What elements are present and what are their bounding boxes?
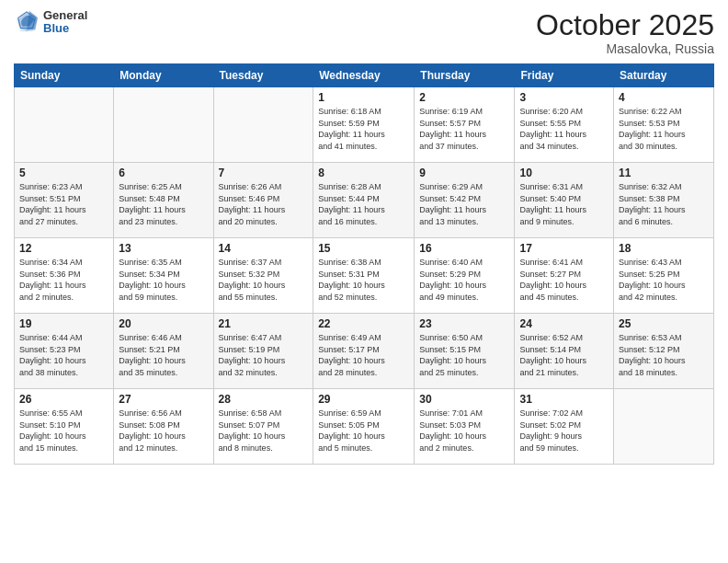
calendar-day-cell: 18Sunrise: 6:43 AM Sunset: 5:25 PM Dayli…: [614, 238, 714, 314]
calendar-day-cell: 8Sunrise: 6:28 AM Sunset: 5:44 PM Daylig…: [313, 163, 415, 238]
day-number: 31: [519, 393, 609, 406]
calendar-day-cell: 23Sunrise: 6:50 AM Sunset: 5:15 PM Dayli…: [415, 314, 515, 389]
logo-text: General Blue: [43, 9, 87, 36]
day-info: Sunrise: 6:28 AM Sunset: 5:44 PM Dayligh…: [318, 181, 409, 227]
day-info: Sunrise: 6:34 AM Sunset: 5:36 PM Dayligh…: [19, 257, 108, 303]
day-number: 17: [519, 242, 609, 255]
day-info: Sunrise: 6:50 AM Sunset: 5:15 PM Dayligh…: [419, 332, 509, 378]
day-info: Sunrise: 6:58 AM Sunset: 5:07 PM Dayligh…: [219, 408, 309, 454]
day-info: Sunrise: 6:49 AM Sunset: 5:17 PM Dayligh…: [318, 332, 409, 378]
calendar-day-cell: 25Sunrise: 6:53 AM Sunset: 5:12 PM Dayli…: [614, 314, 714, 389]
day-number: 14: [219, 242, 309, 255]
day-number: 12: [19, 242, 108, 255]
calendar-day-cell: 12Sunrise: 6:34 AM Sunset: 5:36 PM Dayli…: [15, 238, 114, 314]
day-number: 27: [119, 393, 208, 406]
calendar-day-cell: 30Sunrise: 7:01 AM Sunset: 5:03 PM Dayli…: [415, 389, 515, 465]
calendar-day-cell: 1Sunrise: 6:18 AM Sunset: 5:59 PM Daylig…: [313, 87, 415, 163]
day-number: 21: [219, 317, 309, 330]
calendar-day-cell: 17Sunrise: 6:41 AM Sunset: 5:27 PM Dayli…: [515, 238, 614, 314]
day-info: Sunrise: 7:01 AM Sunset: 5:03 PM Dayligh…: [419, 408, 509, 454]
day-number: 8: [318, 167, 409, 179]
day-info: Sunrise: 6:22 AM Sunset: 5:53 PM Dayligh…: [619, 106, 709, 152]
day-info: Sunrise: 6:47 AM Sunset: 5:19 PM Dayligh…: [219, 332, 309, 378]
day-number: 11: [619, 167, 709, 179]
day-number: 24: [519, 317, 609, 330]
day-number: 4: [619, 91, 709, 104]
calendar-day-cell: 15Sunrise: 6:38 AM Sunset: 5:31 PM Dayli…: [313, 238, 415, 314]
calendar-day-cell: 28Sunrise: 6:58 AM Sunset: 5:07 PM Dayli…: [213, 389, 313, 465]
calendar-day-cell: 31Sunrise: 7:02 AM Sunset: 5:02 PM Dayli…: [515, 389, 614, 465]
day-number: 6: [119, 167, 208, 179]
day-info: Sunrise: 6:29 AM Sunset: 5:42 PM Dayligh…: [419, 181, 509, 227]
calendar-day-cell: 21Sunrise: 6:47 AM Sunset: 5:19 PM Dayli…: [213, 314, 313, 389]
header-monday: Monday: [114, 64, 213, 87]
month-title: October 2025: [536, 9, 714, 41]
day-info: Sunrise: 6:38 AM Sunset: 5:31 PM Dayligh…: [318, 257, 409, 303]
logo-icon: [14, 9, 40, 35]
day-info: Sunrise: 6:40 AM Sunset: 5:29 PM Dayligh…: [419, 257, 509, 303]
calendar-day-cell: 13Sunrise: 6:35 AM Sunset: 5:34 PM Dayli…: [114, 238, 213, 314]
calendar-day-cell: 14Sunrise: 6:37 AM Sunset: 5:32 PM Dayli…: [213, 238, 313, 314]
day-number: 28: [219, 393, 309, 406]
day-info: Sunrise: 6:25 AM Sunset: 5:48 PM Dayligh…: [119, 181, 208, 227]
calendar-day-cell: 5Sunrise: 6:23 AM Sunset: 5:51 PM Daylig…: [15, 163, 114, 238]
calendar-week-row: 26Sunrise: 6:55 AM Sunset: 5:10 PM Dayli…: [15, 389, 714, 465]
calendar-day-cell: [114, 87, 213, 163]
day-info: Sunrise: 6:55 AM Sunset: 5:10 PM Dayligh…: [19, 408, 108, 454]
calendar-day-cell: 19Sunrise: 6:44 AM Sunset: 5:23 PM Dayli…: [15, 314, 114, 389]
calendar-day-cell: 2Sunrise: 6:19 AM Sunset: 5:57 PM Daylig…: [415, 87, 515, 163]
day-info: Sunrise: 6:44 AM Sunset: 5:23 PM Dayligh…: [19, 332, 108, 378]
calendar-day-cell: 26Sunrise: 6:55 AM Sunset: 5:10 PM Dayli…: [15, 389, 114, 465]
location-subtitle: Masalovka, Russia: [536, 41, 714, 56]
header: General Blue October 2025 Masalovka, Rus…: [14, 9, 714, 56]
calendar-week-row: 19Sunrise: 6:44 AM Sunset: 5:23 PM Dayli…: [15, 314, 714, 389]
calendar-day-cell: [614, 389, 714, 465]
header-sunday: Sunday: [15, 64, 114, 87]
calendar-week-row: 5Sunrise: 6:23 AM Sunset: 5:51 PM Daylig…: [15, 163, 714, 238]
calendar-day-cell: 29Sunrise: 6:59 AM Sunset: 5:05 PM Dayli…: [313, 389, 415, 465]
day-number: 25: [619, 317, 709, 330]
day-info: Sunrise: 7:02 AM Sunset: 5:02 PM Dayligh…: [519, 408, 609, 454]
day-info: Sunrise: 6:31 AM Sunset: 5:40 PM Dayligh…: [519, 181, 609, 227]
day-info: Sunrise: 6:52 AM Sunset: 5:14 PM Dayligh…: [519, 332, 609, 378]
header-friday: Friday: [515, 64, 614, 87]
calendar-day-cell: 27Sunrise: 6:56 AM Sunset: 5:08 PM Dayli…: [114, 389, 213, 465]
day-number: 13: [119, 242, 208, 255]
calendar-day-cell: 4Sunrise: 6:22 AM Sunset: 5:53 PM Daylig…: [614, 87, 714, 163]
day-number: 26: [19, 393, 108, 406]
calendar-day-cell: [15, 87, 114, 163]
day-info: Sunrise: 6:26 AM Sunset: 5:46 PM Dayligh…: [219, 181, 309, 227]
calendar-day-cell: 3Sunrise: 6:20 AM Sunset: 5:55 PM Daylig…: [515, 87, 614, 163]
day-info: Sunrise: 6:37 AM Sunset: 5:32 PM Dayligh…: [219, 257, 309, 303]
day-info: Sunrise: 6:35 AM Sunset: 5:34 PM Dayligh…: [119, 257, 208, 303]
day-number: 16: [419, 242, 509, 255]
logo: General Blue: [14, 9, 87, 36]
day-info: Sunrise: 6:32 AM Sunset: 5:38 PM Dayligh…: [619, 181, 709, 227]
day-number: 9: [419, 167, 509, 179]
header-wednesday: Wednesday: [313, 64, 415, 87]
day-number: 20: [119, 317, 208, 330]
calendar-day-cell: [213, 87, 313, 163]
calendar-week-row: 12Sunrise: 6:34 AM Sunset: 5:36 PM Dayli…: [15, 238, 714, 314]
day-number: 22: [318, 317, 409, 330]
day-number: 5: [19, 167, 108, 179]
day-number: 23: [419, 317, 509, 330]
day-info: Sunrise: 6:46 AM Sunset: 5:21 PM Dayligh…: [119, 332, 208, 378]
header-tuesday: Tuesday: [213, 64, 313, 87]
calendar-table: Sunday Monday Tuesday Wednesday Thursday…: [14, 63, 714, 465]
day-number: 29: [318, 393, 409, 406]
logo-general-text: General: [43, 9, 87, 22]
day-number: 3: [519, 91, 609, 104]
day-info: Sunrise: 6:59 AM Sunset: 5:05 PM Dayligh…: [318, 408, 409, 454]
day-number: 18: [619, 242, 709, 255]
weekday-header-row: Sunday Monday Tuesday Wednesday Thursday…: [15, 64, 714, 87]
day-number: 1: [318, 91, 409, 104]
day-info: Sunrise: 6:56 AM Sunset: 5:08 PM Dayligh…: [119, 408, 208, 454]
header-saturday: Saturday: [614, 64, 714, 87]
day-number: 2: [419, 91, 509, 104]
day-info: Sunrise: 6:41 AM Sunset: 5:27 PM Dayligh…: [519, 257, 609, 303]
day-number: 10: [519, 167, 609, 179]
calendar-day-cell: 24Sunrise: 6:52 AM Sunset: 5:14 PM Dayli…: [515, 314, 614, 389]
day-number: 7: [219, 167, 309, 179]
calendar-day-cell: 16Sunrise: 6:40 AM Sunset: 5:29 PM Dayli…: [415, 238, 515, 314]
